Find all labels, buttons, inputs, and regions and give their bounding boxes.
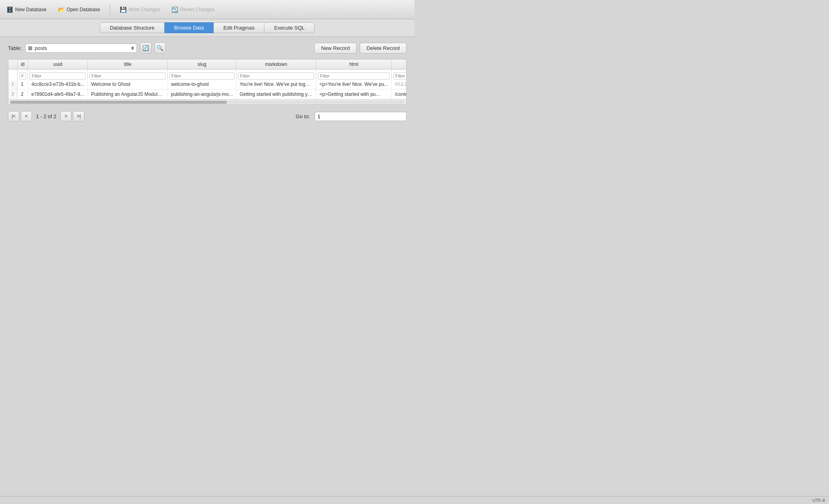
arrow-down-icon bbox=[131, 48, 134, 50]
new-database-label: New Database bbox=[15, 7, 47, 12]
pagination: |< < 1 - 2 of 2 > >| Go to: bbox=[8, 108, 407, 123]
refresh-button[interactable]: 🔄 bbox=[140, 42, 151, 54]
table-label: Table: bbox=[8, 45, 22, 51]
filter-rownum bbox=[8, 71, 18, 81]
filter-image-input[interactable] bbox=[393, 72, 406, 79]
table-icon: ▦ bbox=[28, 45, 32, 51]
filter-markdown bbox=[236, 71, 316, 81]
cell-slug: welcome-to-ghost bbox=[168, 79, 236, 89]
table-filter-row bbox=[8, 69, 406, 79]
filter-button[interactable]: 🔍 bbox=[155, 42, 166, 54]
table-selector-row: Table: ▦ posts 🔄 🔍 New Record Delete Rec… bbox=[8, 42, 407, 54]
cell-html: <p>Getting started with pu... bbox=[316, 89, 391, 99]
new-database-icon: 🗄️ bbox=[6, 6, 13, 13]
table-selector[interactable]: ▦ posts bbox=[25, 44, 137, 53]
table-row[interactable]: 22e78901d4-afe5-49a7-9...Publishing an A… bbox=[8, 89, 406, 99]
arrow-up-icon bbox=[131, 46, 134, 48]
revert-changes-icon: ↩️ bbox=[171, 6, 178, 13]
table-select-arrow[interactable] bbox=[131, 46, 134, 50]
data-table-scroll[interactable]: id uuid title slug markdown html image bbox=[8, 60, 406, 99]
tab-database-structure[interactable]: Database Structure bbox=[100, 22, 165, 33]
cell-uuid: e78901d4-afe5-49a7-9... bbox=[28, 89, 88, 99]
filter-uuid bbox=[28, 71, 88, 81]
col-id: id bbox=[18, 60, 28, 69]
table-body: 114cc8cce3-e72b-431b-b...Welcome to Ghos… bbox=[8, 79, 406, 99]
filter-title bbox=[88, 71, 168, 81]
scrollbar-area[interactable] bbox=[8, 99, 406, 104]
open-database-button[interactable]: 📂 Open Database bbox=[56, 6, 102, 14]
col-slug: slug bbox=[168, 60, 236, 69]
next-page-button[interactable]: > bbox=[60, 111, 71, 121]
cell-title: Welcome to Ghost bbox=[88, 79, 168, 89]
filter-id bbox=[18, 71, 28, 81]
filter-title-input[interactable] bbox=[89, 72, 166, 79]
tab-browse-data[interactable]: Browse Data bbox=[165, 22, 214, 33]
toolbar-separator bbox=[110, 4, 110, 16]
content-area: Table: ▦ posts 🔄 🔍 New Record Delete Rec… bbox=[0, 37, 414, 129]
col-html: html bbox=[316, 60, 391, 69]
prev-page-button[interactable]: < bbox=[21, 111, 32, 121]
goto-label: Go to: bbox=[296, 113, 310, 119]
open-database-label: Open Database bbox=[67, 7, 100, 12]
cell-rownum: 2 bbox=[8, 89, 18, 99]
filter-slug-input[interactable] bbox=[169, 72, 234, 79]
col-uuid: uuid bbox=[28, 60, 88, 69]
tab-bar: Database Structure Browse Data Edit Prag… bbox=[0, 19, 414, 37]
col-markdown: markdown bbox=[236, 60, 316, 69]
cell-markdown: You're live! Nice. We've put together a … bbox=[236, 79, 316, 89]
cell-title: Publishing an AngularJS Module to ... bbox=[88, 89, 168, 99]
toolbar: 🗄️ New Database 📂 Open Database 💾 Write … bbox=[0, 0, 414, 19]
page-info: 1 - 2 of 2 bbox=[34, 113, 59, 119]
open-database-icon: 📂 bbox=[58, 6, 65, 13]
col-image: image bbox=[391, 60, 406, 69]
data-table: id uuid title slug markdown html image bbox=[8, 60, 406, 99]
filter-slug bbox=[168, 71, 236, 81]
cell-uuid: 4cc8cce3-e72b-431b-b... bbox=[28, 79, 88, 89]
revert-changes-label: Revert Changes bbox=[180, 7, 215, 12]
revert-changes-button[interactable]: ↩️ Revert Changes bbox=[170, 6, 216, 14]
last-page-button[interactable]: >| bbox=[73, 111, 84, 121]
write-changes-button[interactable]: 💾 Write Changes bbox=[118, 6, 162, 14]
col-rownum bbox=[8, 60, 18, 69]
new-record-button[interactable]: New Record bbox=[314, 43, 357, 54]
write-changes-icon: 💾 bbox=[120, 6, 127, 13]
cell-slug: publishing-an-angularjs-mo... bbox=[168, 89, 236, 99]
write-changes-label: Write Changes bbox=[129, 7, 160, 12]
col-title: title bbox=[88, 60, 168, 69]
cell-image: /content/images/2015/1 bbox=[391, 89, 406, 99]
scrollbar-thumb bbox=[10, 101, 227, 104]
filter-markdown-input[interactable] bbox=[238, 72, 314, 79]
cell-rownum: 1 bbox=[8, 79, 18, 89]
filter-image bbox=[391, 71, 406, 81]
delete-record-button[interactable]: Delete Record bbox=[360, 43, 407, 54]
cell-id: 2 bbox=[18, 89, 28, 99]
cell-markdown: Getting started with publishing your new… bbox=[236, 89, 316, 99]
new-database-button[interactable]: 🗄️ New Database bbox=[5, 6, 48, 14]
cell-image: NULL bbox=[391, 79, 406, 89]
cell-id: 1 bbox=[18, 79, 28, 89]
cell-html: <p>You're live! Nice. We've pu... bbox=[316, 79, 391, 89]
tab-edit-pragmas[interactable]: Edit Pragmas bbox=[214, 22, 264, 33]
first-page-button[interactable]: |< bbox=[8, 111, 19, 121]
filter-html bbox=[316, 71, 391, 81]
scrollbar-track bbox=[10, 101, 405, 104]
filter-html-input[interactable] bbox=[318, 72, 390, 79]
goto-input[interactable] bbox=[315, 112, 407, 121]
filter-uuid-input[interactable] bbox=[30, 72, 86, 79]
table-header-row: id uuid title slug markdown html image bbox=[8, 60, 406, 69]
data-table-container: id uuid title slug markdown html image bbox=[8, 59, 407, 105]
table-name: posts bbox=[35, 45, 129, 51]
tab-execute-sql[interactable]: Execute SQL bbox=[264, 22, 315, 33]
filter-id-input[interactable] bbox=[19, 72, 26, 79]
table-row[interactable]: 114cc8cce3-e72b-431b-b...Welcome to Ghos… bbox=[8, 79, 406, 89]
